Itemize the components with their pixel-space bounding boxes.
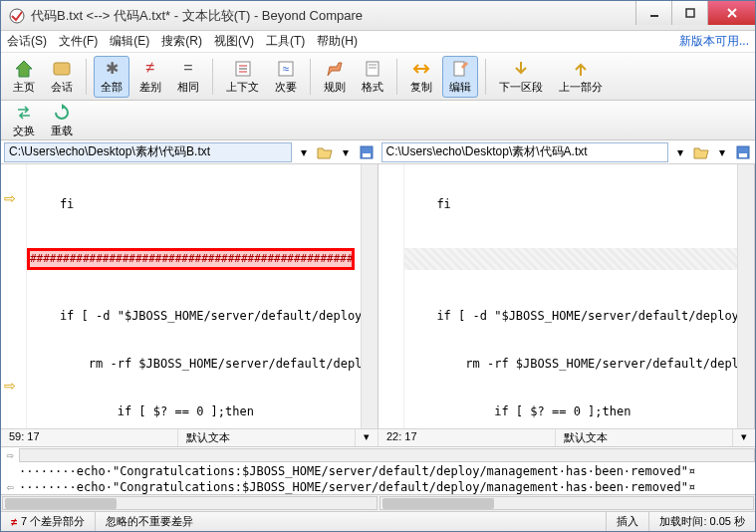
rules-button[interactable]: 规则 bbox=[318, 57, 352, 97]
left-path-dropdown[interactable]: ▾ bbox=[295, 143, 313, 161]
menu-edit[interactable]: 编辑(E) bbox=[110, 33, 149, 50]
horizontal-scrollbars bbox=[1, 494, 755, 511]
right-open-dropdown[interactable]: ▾ bbox=[713, 143, 731, 161]
menu-bar: 会话(S) 文件(F) 编辑(E) 搜索(R) 视图(V) 工具(T) 帮助(H… bbox=[1, 31, 755, 53]
close-button[interactable] bbox=[707, 1, 755, 25]
reload-button[interactable]: 重载 bbox=[45, 101, 79, 140]
minor-button[interactable]: ≈次要 bbox=[269, 57, 303, 97]
session-button[interactable]: 会话 bbox=[45, 57, 79, 97]
compare-panes: ⇨ ⇨ fi #################################… bbox=[1, 164, 755, 428]
merge-area: ⇨ ········echo·"Congratulcations:$JBOSS_… bbox=[1, 446, 755, 494]
left-scrollbar[interactable] bbox=[361, 164, 378, 428]
copy-button[interactable]: 复制 bbox=[404, 57, 438, 97]
right-open-icon[interactable] bbox=[692, 143, 710, 161]
right-path-section: ▾ ▾ bbox=[378, 140, 756, 163]
menu-view[interactable]: 视图(V) bbox=[214, 33, 254, 50]
right-path-input[interactable] bbox=[381, 142, 669, 162]
title-bar: 代码B.txt <--> 代码A.txt* - 文本比较(T) - Beyond… bbox=[1, 1, 755, 31]
left-path-section: ▾ ▾ bbox=[1, 140, 378, 163]
left-hscroll[interactable] bbox=[2, 496, 378, 510]
left-path-input[interactable] bbox=[4, 142, 292, 162]
secondary-toolbar: 交换 重载 bbox=[1, 101, 755, 140]
right-code[interactable]: fi if [ -d "$JBOSS_HOME/server/default/d… bbox=[404, 164, 738, 428]
update-link[interactable]: 新版本可用... bbox=[679, 33, 749, 50]
left-save-icon[interactable] bbox=[358, 143, 376, 161]
right-cursor-pos: 22: 17 bbox=[378, 429, 556, 446]
app-window: 代码B.txt <--> 代码A.txt* - 文本比较(T) - Beyond… bbox=[0, 0, 756, 532]
load-time: 加载时间: 0.05 秒 bbox=[649, 512, 755, 531]
diff-highlight: ########################################… bbox=[27, 248, 355, 270]
diff-gap bbox=[404, 248, 738, 270]
diff-marker-icon: ⇨ bbox=[4, 190, 16, 206]
svg-rect-12 bbox=[367, 62, 378, 76]
menu-tools[interactable]: 工具(T) bbox=[266, 33, 305, 50]
right-save-icon[interactable] bbox=[734, 143, 752, 161]
app-icon bbox=[9, 8, 25, 24]
svg-rect-17 bbox=[363, 153, 371, 157]
right-scrollbar[interactable] bbox=[737, 164, 754, 428]
path-bar: ▾ ▾ ▾ ▾ bbox=[1, 140, 755, 164]
minimize-button[interactable] bbox=[635, 1, 671, 25]
merge-line: ········echo·"Congratulcations:$JBOSS_HO… bbox=[19, 480, 755, 494]
right-path-dropdown[interactable]: ▾ bbox=[671, 143, 689, 161]
right-pane: fi if [ -d "$JBOSS_HOME/server/default/d… bbox=[378, 164, 756, 428]
menu-session[interactable]: 会话(S) bbox=[7, 33, 47, 50]
ignored-diffs: 忽略的不重要差异 bbox=[96, 512, 607, 531]
status-bar: ≠7 个差异部分 忽略的不重要差异 插入 加载时间: 0.05 秒 bbox=[1, 511, 755, 531]
left-encoding: 默认文本 bbox=[178, 429, 356, 446]
all-button[interactable]: ✱全部 bbox=[94, 56, 129, 98]
merge-left-icon: ⇦ bbox=[1, 480, 19, 494]
window-controls bbox=[635, 1, 755, 30]
svg-rect-2 bbox=[686, 9, 694, 17]
edit-button[interactable]: 编辑 bbox=[442, 56, 478, 98]
left-cursor-pos: 59: 17 bbox=[1, 429, 178, 446]
diff-button[interactable]: ≠差别 bbox=[133, 57, 167, 97]
menu-search[interactable]: 搜索(R) bbox=[161, 33, 202, 50]
left-open-icon[interactable] bbox=[316, 143, 334, 161]
swap-button[interactable]: 交换 bbox=[7, 101, 41, 140]
prev-section-button[interactable]: 上一部分 bbox=[553, 57, 609, 97]
format-button[interactable]: 格式 bbox=[356, 57, 389, 97]
diff-marker-icon: ⇨ bbox=[4, 378, 16, 394]
left-pane: ⇨ ⇨ fi #################################… bbox=[1, 164, 378, 428]
right-gutter bbox=[378, 164, 404, 428]
left-gutter: ⇨ ⇨ bbox=[1, 164, 27, 428]
context-button[interactable]: 上下文 bbox=[220, 57, 265, 97]
window-title: 代码B.txt <--> 代码A.txt* - 文本比较(T) - Beyond… bbox=[31, 7, 635, 25]
svg-rect-5 bbox=[54, 63, 70, 75]
next-section-button[interactable]: 下一区段 bbox=[493, 57, 549, 97]
main-toolbar: 主页 会话 ✱全部 ≠差别 =相同 上下文 ≈次要 规则 格式 复制 编辑 下一… bbox=[1, 53, 755, 101]
left-code[interactable]: fi #####################################… bbox=[27, 164, 361, 428]
merge-right-icon: ⇨ bbox=[1, 448, 19, 462]
right-hscroll[interactable] bbox=[379, 496, 755, 510]
maximize-button[interactable] bbox=[671, 1, 707, 25]
menu-help[interactable]: 帮助(H) bbox=[317, 33, 358, 50]
pane-status-bar: 59: 17 默认文本 ▾ 22: 17 默认文本 ▾ bbox=[1, 428, 755, 446]
svg-text:≈: ≈ bbox=[283, 62, 290, 76]
merge-line: ········echo·"Congratulcations:$JBOSS_HO… bbox=[19, 464, 755, 478]
same-button[interactable]: =相同 bbox=[171, 57, 205, 97]
svg-rect-19 bbox=[739, 153, 747, 157]
svg-rect-15 bbox=[454, 62, 464, 76]
left-open-dropdown[interactable]: ▾ bbox=[337, 143, 355, 161]
menu-file[interactable]: 文件(F) bbox=[59, 33, 98, 50]
merge-hscroll[interactable] bbox=[19, 448, 755, 462]
right-encoding: 默认文本 bbox=[556, 429, 733, 446]
insert-mode: 插入 bbox=[607, 512, 649, 531]
home-button[interactable]: 主页 bbox=[7, 57, 41, 97]
diff-count: ≠7 个差异部分 bbox=[1, 512, 96, 531]
